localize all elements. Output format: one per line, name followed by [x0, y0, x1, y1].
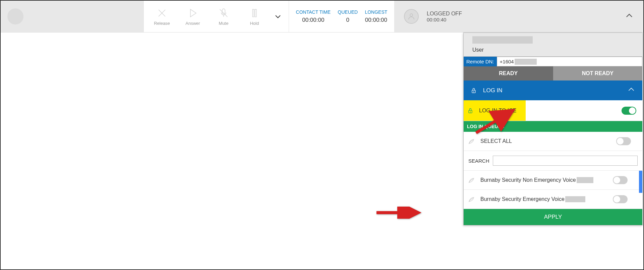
stat-queued: QUEUED 0 — [338, 9, 358, 23]
release-button[interactable]: Release — [147, 1, 177, 32]
redacted-digits — [515, 59, 537, 65]
avatar — [7, 8, 23, 24]
queue-name: Burnaby Security Non Emergency Voice — [480, 177, 576, 183]
login-to-ice-row: LOG IN TO ICE — [464, 100, 642, 121]
ready-state-row: READY NOT READY — [464, 66, 642, 80]
leaf-icon — [468, 138, 475, 145]
login-ice-label: LOG IN TO ICE — [479, 108, 516, 114]
remote-dn-row: Remote DN: +1604 — [464, 56, 642, 66]
stat-value: 0 — [346, 17, 349, 23]
mute-button[interactable]: Mute — [208, 1, 239, 32]
search-input[interactable] — [493, 156, 638, 166]
stat-value: 00:00:00 — [302, 17, 324, 23]
hold-label: Hold — [250, 21, 259, 26]
select-all-toggle[interactable] — [616, 137, 631, 145]
status-time: 00:00:40 — [427, 17, 462, 22]
select-all-label: SELECT ALL — [480, 138, 512, 144]
top-left-region — [1, 1, 143, 32]
queue-name: Burnaby Security Emergency Voice — [480, 196, 565, 202]
status-title: LOGGED OFF — [427, 11, 462, 17]
redacted-username — [472, 36, 533, 44]
remote-dn-input[interactable]: +1604 — [497, 57, 642, 66]
user-icon — [407, 12, 415, 20]
leaf-icon — [468, 196, 475, 203]
release-label: Release — [154, 21, 170, 26]
stat-label: CONTACT TIME — [296, 9, 331, 15]
play-icon — [187, 7, 198, 19]
user-role-label: User — [468, 46, 638, 55]
svg-point-0 — [410, 14, 413, 16]
answer-label: Answer — [185, 21, 200, 26]
pause-icon — [249, 7, 260, 19]
status-bar[interactable]: LOGGED OFF 00:00:40 — [395, 1, 643, 32]
stat-label: QUEUED — [338, 9, 358, 15]
remote-dn-value: +1604 — [500, 59, 514, 64]
mute-label: Mute — [219, 21, 229, 26]
login-queues-header: LOG IN QUEUES — [464, 121, 642, 132]
queue-item: Burnaby Security Non Emergency Voice — [464, 171, 642, 190]
chevron-up-icon — [627, 85, 636, 94]
lock-icon — [470, 87, 477, 94]
login-header-label: LOG IN — [483, 87, 503, 94]
scrollbar[interactable] — [639, 171, 642, 193]
queue-search-row: SEARCH — [464, 151, 642, 171]
queue-item: Burnaby Security Emergency Voice — [464, 190, 642, 209]
stat-longest: LONGEST 00:00:00 — [365, 9, 387, 23]
status-collapse[interactable] — [625, 11, 634, 22]
queue-toggle[interactable] — [613, 176, 628, 184]
search-label: SEARCH — [468, 158, 489, 164]
redacted — [577, 177, 593, 183]
status-avatar-icon — [404, 9, 419, 24]
stats-region: CONTACT TIME 00:00:00 QUEUED 0 LONGEST 0… — [289, 1, 395, 32]
close-icon — [156, 7, 168, 19]
leaf-icon — [468, 176, 475, 184]
apply-button[interactable]: APPLY — [464, 209, 642, 225]
panel-top: User — [464, 33, 642, 56]
annotation-arrow — [374, 207, 421, 220]
call-controls: Release Answer Mute Hold — [143, 1, 289, 32]
login-section-header[interactable]: LOG IN — [464, 80, 642, 100]
answer-button[interactable]: Answer — [177, 1, 208, 32]
queue-toggle[interactable] — [613, 195, 628, 203]
top-bar: Release Answer Mute Hold CONTACT TIME 00… — [1, 1, 643, 33]
stat-value: 00:00:00 — [365, 17, 387, 23]
status-text: LOGGED OFF 00:00:40 — [427, 11, 462, 22]
controls-expand[interactable] — [270, 1, 286, 32]
ready-button[interactable]: READY — [464, 66, 553, 80]
login-collapse[interactable] — [627, 85, 636, 96]
queues-list: Burnaby Security Non Emergency Voice Bur… — [464, 171, 642, 209]
chevron-up-icon — [625, 11, 634, 20]
agent-state-panel: User Remote DN: +1604 READY NOT READY LO… — [463, 33, 643, 225]
stat-contact-time: CONTACT TIME 00:00:00 — [296, 9, 331, 23]
microphone-off-icon — [218, 7, 229, 19]
login-ice-toggle[interactable] — [622, 107, 636, 115]
login-ice-highlight: LOG IN TO ICE — [464, 100, 526, 121]
chevron-down-icon — [274, 12, 282, 20]
select-all-row: SELECT ALL — [464, 132, 642, 151]
hold-button[interactable]: Hold — [239, 1, 270, 32]
redacted — [565, 196, 585, 202]
stat-label: LONGEST — [365, 9, 387, 15]
svg-rect-4 — [470, 111, 471, 112]
svg-rect-2 — [473, 91, 474, 92]
not-ready-button[interactable]: NOT READY — [553, 66, 643, 80]
remote-dn-label: Remote DN: — [464, 57, 497, 66]
lock-icon — [467, 107, 474, 114]
